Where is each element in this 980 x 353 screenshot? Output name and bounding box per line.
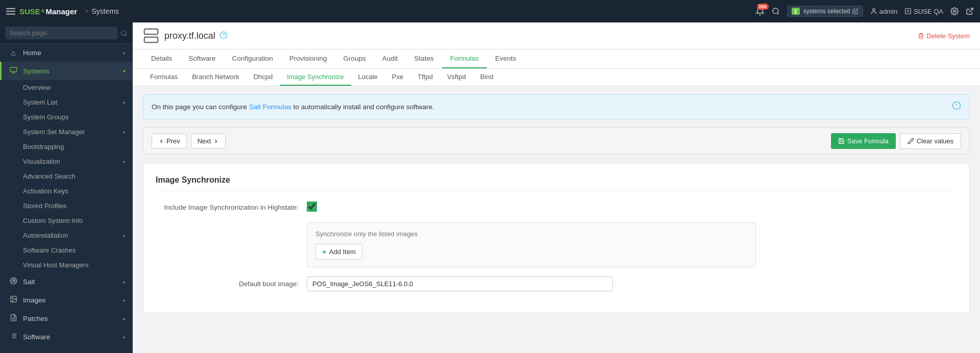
tab-bind[interactable]: Bind — [473, 69, 501, 86]
default-boot-label: Default boot image: — [156, 280, 299, 288]
settings-button[interactable] — [950, 7, 959, 15]
sidebar-item-autoinstallation[interactable]: Autoinstallation ▸ — [0, 228, 133, 243]
systems-selected-button[interactable]: 1 systems selected — [787, 6, 863, 17]
delete-system-button[interactable]: Delete System — [918, 32, 970, 40]
server-icon — [143, 28, 159, 44]
sidebar-item-home[interactable]: ⌂ Home ▸ — [0, 44, 133, 62]
svg-rect-11 — [10, 67, 17, 72]
tab-pxe[interactable]: Pxe — [385, 69, 410, 86]
include-highstate-checkbox[interactable] — [307, 201, 317, 212]
sidebar-item-images[interactable]: Images ▸ — [0, 291, 133, 309]
sidebar-item-system-list[interactable]: System List ▸ — [0, 95, 133, 110]
include-highstate-row: Include Image Synchronization in Highsta… — [156, 201, 957, 213]
search-icon — [120, 30, 128, 37]
tab-events[interactable]: Events — [487, 49, 524, 68]
search-input[interactable] — [5, 27, 117, 39]
page-header: proxy.tf.local Delete System — [133, 22, 980, 49]
tab-image-synchronize[interactable]: Image Synchronize — [280, 69, 351, 86]
synchronize-group-box: Synchronize only the listed images + Add… — [307, 222, 756, 267]
main-content: proxy.tf.local Delete System Details Sof… — [133, 22, 980, 353]
tab-locale[interactable]: Locale — [351, 69, 385, 86]
edit-icon — [852, 8, 859, 14]
notification-bell[interactable]: 289 — [755, 7, 765, 16]
include-highstate-label: Include Image Synchronization in Highsta… — [156, 204, 299, 211]
user-menu[interactable]: admin — [870, 8, 897, 15]
tab-details[interactable]: Details — [143, 49, 180, 68]
default-boot-image-row: Default boot image: — [156, 276, 957, 291]
tab-branch-network[interactable]: Branch Network — [185, 69, 246, 86]
info-banner: On this page you can configure Salt Form… — [143, 94, 970, 119]
salt-icon — [9, 277, 18, 286]
tab-provisioning[interactable]: Provisioning — [281, 49, 335, 68]
svg-point-16 — [12, 297, 13, 298]
sidebar-item-system-groups[interactable]: System Groups — [0, 110, 133, 124]
tab-audit[interactable]: Audit — [374, 49, 406, 68]
search-icon — [772, 7, 780, 15]
brand-logo: SUSE®Manager — [6, 7, 77, 16]
external-link-icon — [966, 7, 974, 15]
home-icon: ⌂ — [9, 48, 18, 57]
tab-formulas-sub[interactable]: Formulas — [143, 69, 185, 86]
svg-rect-2 — [6, 14, 15, 15]
svg-point-5 — [872, 9, 875, 11]
svg-line-4 — [777, 13, 779, 14]
info-icon[interactable] — [952, 101, 961, 113]
page-header-actions: Delete System — [918, 32, 970, 40]
svg-line-10 — [126, 34, 127, 36]
hamburger-icon[interactable] — [6, 7, 15, 16]
default-boot-image-input[interactable] — [307, 276, 613, 291]
sidebar-item-virtual-host-managers[interactable]: Virtual Host Managers — [0, 258, 133, 272]
svg-rect-26 — [144, 37, 158, 43]
sidebar-item-custom-system-info[interactable]: Custom System Info — [0, 213, 133, 228]
sidebar-item-software[interactable]: Software ▸ — [0, 327, 133, 346]
org-menu[interactable]: SUSE QA — [904, 8, 943, 15]
primary-tabs: Details Software Configuration Provision… — [133, 49, 980, 69]
sidebar-item-software-crashes[interactable]: Software Crashes — [0, 243, 133, 258]
add-item-button[interactable]: + Add Item — [315, 244, 362, 260]
sidebar-item-activation-keys[interactable]: Activation Keys — [0, 184, 133, 198]
sidebar-item-overview[interactable]: Overview — [0, 80, 133, 95]
chevron-left-icon — [158, 138, 164, 144]
tab-formulas[interactable]: Formulas — [442, 49, 487, 68]
tab-states[interactable]: States — [406, 49, 442, 68]
search-top-button[interactable] — [772, 7, 780, 15]
sidebar-item-salt[interactable]: Salt ▸ — [0, 272, 133, 291]
user-icon — [870, 8, 877, 15]
tab-tftpd[interactable]: Tftpd — [410, 69, 440, 86]
tab-software[interactable]: Software — [180, 49, 224, 68]
sidebar-item-system-set-manager[interactable]: System Set Manager ▸ — [0, 124, 133, 139]
topnav-icons: 289 1 systems selected admin SUSE QA — [755, 6, 974, 17]
tab-groups[interactable]: Groups — [335, 49, 374, 68]
sidebar-item-stored-profiles[interactable]: Stored Profiles — [0, 198, 133, 213]
sidebar-item-systems[interactable]: Systems ▾ — [0, 62, 133, 80]
svg-point-9 — [121, 30, 126, 35]
patches-icon — [9, 314, 18, 323]
tab-dhcpd[interactable]: Dhcpd — [247, 69, 280, 86]
help-icon[interactable] — [219, 31, 228, 41]
sidebar-item-advanced-search[interactable]: Advanced Search — [0, 169, 133, 184]
software-icon — [9, 332, 18, 341]
tab-configuration[interactable]: Configuration — [224, 49, 281, 68]
prev-button[interactable]: Prev — [152, 134, 187, 148]
svg-rect-25 — [144, 29, 158, 35]
sidebar: ⌂ Home ▸ Systems ▾ Overview System List … — [0, 22, 133, 353]
next-button[interactable]: Next — [191, 134, 226, 148]
pencil-icon — [908, 138, 914, 144]
save-formula-button[interactable]: Save Formula — [831, 133, 896, 149]
chevron-right-icon — [213, 138, 219, 144]
tab-vsftpd[interactable]: Vsftpd — [440, 69, 473, 86]
systems-icon — [9, 66, 18, 75]
gear-icon — [950, 7, 959, 15]
salt-formulas-link[interactable]: Salt Formulas — [249, 103, 291, 111]
content-area: On this page you can configure Salt Form… — [133, 86, 980, 353]
sidebar-item-patches[interactable]: Patches ▸ — [0, 309, 133, 327]
action-bar: Prev Next Save Formula — [143, 128, 970, 155]
sidebar-item-visualization[interactable]: Visualization ▸ — [0, 154, 133, 169]
top-navigation: SUSE®Manager > Systems 289 1 systems sel… — [0, 0, 980, 22]
form-card: Image Synchronize Include Image Synchron… — [143, 163, 970, 313]
sidebar-item-bootstrapping[interactable]: Bootstrapping — [0, 139, 133, 154]
clear-values-button[interactable]: Clear values — [900, 133, 961, 149]
external-link-button[interactable] — [966, 7, 974, 15]
synchronize-images-row: Synchronize only the listed images + Add… — [156, 222, 957, 267]
images-icon — [9, 295, 18, 305]
